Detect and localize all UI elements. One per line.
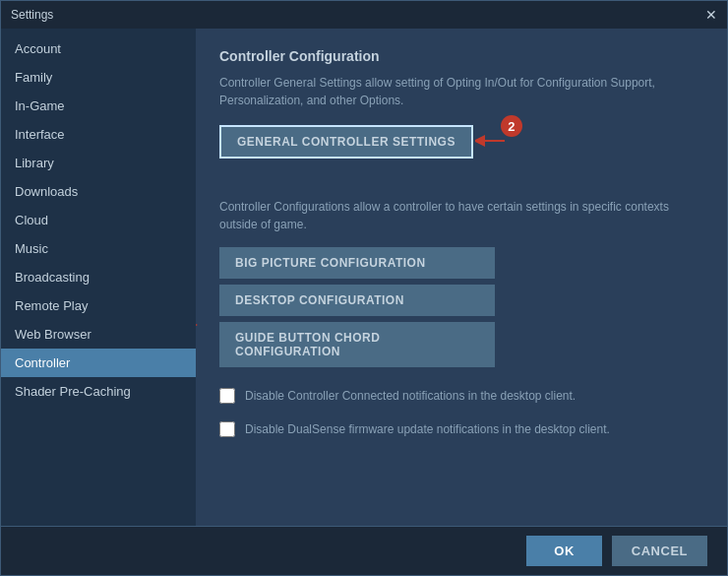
section-title: Controller Configuration: [219, 48, 703, 64]
general-controller-settings-button[interactable]: GENERAL CONTROLLER SETTINGS: [219, 125, 473, 159]
disable-connected-notifications-checkbox[interactable]: [219, 388, 235, 404]
desktop-config-button[interactable]: DESKTOP CONFIGURATION: [219, 285, 495, 316]
sidebar-item-controller[interactable]: Controller: [1, 349, 196, 377]
sidebar-item-account[interactable]: Account: [1, 34, 196, 63]
disable-connected-notifications-label: Disable Controller Connected notificatio…: [245, 387, 576, 405]
guide-button-chord-config-button[interactable]: GUIDE BUTTON CHORD CONFIGURATION: [219, 322, 495, 367]
section-desc-1: Controller General Settings allow settin…: [219, 74, 703, 109]
disable-dualsense-notifications-label: Disable DualSense firmware update notifi…: [245, 420, 610, 438]
arrow-2-icon: [475, 133, 511, 149]
sidebar-item-web-browser[interactable]: Web Browser: [1, 320, 196, 349]
main-content: Controller Configuration Controller Gene…: [196, 29, 727, 526]
sidebar-item-cloud[interactable]: Cloud: [1, 206, 196, 234]
sidebar: Account Family In-Game Interface Library…: [1, 29, 196, 526]
sidebar-item-broadcasting[interactable]: Broadcasting: [1, 263, 196, 291]
title-bar: Settings ✕: [1, 1, 727, 29]
sidebar-item-shader-pre-caching[interactable]: Shader Pre-Caching: [1, 377, 196, 406]
checkbox-row-2: Disable DualSense firmware update notifi…: [219, 420, 703, 438]
arrow-1-icon: [196, 317, 200, 333]
checkbox-row-1: Disable Controller Connected notificatio…: [219, 387, 703, 405]
config-buttons-group: BIG PICTURE CONFIGURATION DESKTOP CONFIG…: [219, 247, 703, 367]
section-desc-2: Controller Configurations allow a contro…: [219, 198, 703, 233]
window-title: Settings: [11, 8, 53, 22]
big-picture-config-button[interactable]: BIG PICTURE CONFIGURATION: [219, 247, 495, 279]
footer: OK CANCEL: [1, 526, 727, 575]
sidebar-item-in-game[interactable]: In-Game: [1, 92, 196, 120]
ok-button[interactable]: OK: [526, 536, 602, 566]
sidebar-item-downloads[interactable]: Downloads: [1, 177, 196, 206]
sidebar-item-music[interactable]: Music: [1, 234, 196, 263]
close-button[interactable]: ✕: [705, 7, 717, 23]
disable-dualsense-notifications-checkbox[interactable]: [219, 421, 235, 437]
cancel-button[interactable]: CANCEL: [612, 536, 707, 566]
content-area: Account Family In-Game Interface Library…: [1, 29, 727, 526]
sidebar-item-library[interactable]: Library: [1, 149, 196, 177]
sidebar-item-remote-play[interactable]: Remote Play: [1, 291, 196, 320]
sidebar-item-interface[interactable]: Interface: [1, 120, 196, 149]
sidebar-item-family[interactable]: Family: [1, 63, 196, 92]
settings-window: Settings ✕ Account Family In-Game Interf…: [0, 0, 728, 576]
